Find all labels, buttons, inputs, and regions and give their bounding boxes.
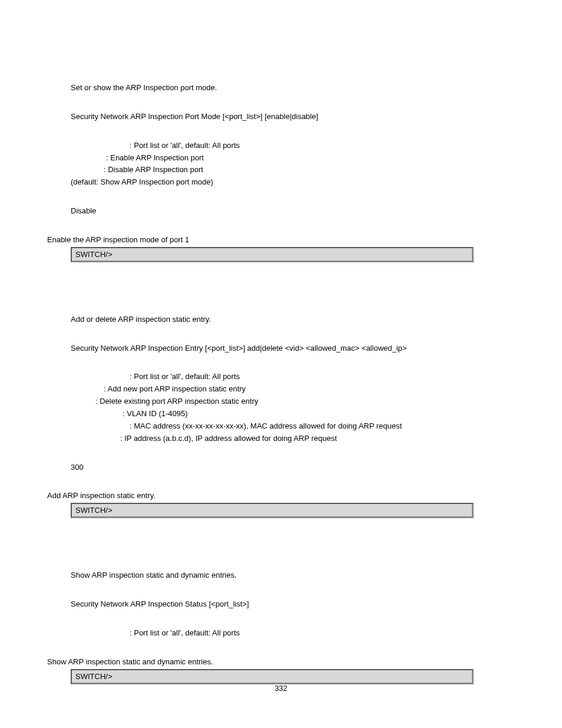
sec2-example-lead: Add ARP inspection static entry. (47, 490, 515, 502)
sec3-desc: Show ARP inspection static and dynamic e… (71, 570, 515, 581)
param-line: : Disable ARP Inspection port (71, 164, 515, 176)
sec1-example-lead: Enable the ARP inspection mode of port 1 (47, 235, 515, 246)
param-line: : MAC address (xx-xx-xx-xx-xx-xx), MAC a… (71, 421, 515, 432)
sec3-syntax: Security Network ARP Inspection Status [… (71, 599, 515, 610)
param-line: : Port list or 'all', default: All ports (71, 371, 515, 383)
param-line: : Port list or 'all', default: All ports (71, 628, 515, 639)
terminal-box: SWITCH/> (71, 503, 474, 518)
param-line: : Port list or 'all', default: All ports (71, 140, 515, 151)
sec2-default: 300 (71, 462, 515, 473)
terminal-prompt: SWITCH/> (75, 250, 112, 259)
param-line: : Add new port ARP inspection static ent… (71, 384, 515, 395)
param-line: : IP address (a.b.c.d), IP address allow… (71, 433, 515, 444)
sec2-syntax: Security Network ARP Inspection Entry [<… (71, 343, 515, 354)
terminal-prompt: SWITCH/> (75, 672, 112, 681)
sec1-syntax: Security Network ARP Inspection Port Mod… (71, 111, 515, 123)
sec2-desc: Add or delete ARP inspection static entr… (71, 314, 515, 325)
param-line: : Delete existing port ARP inspection st… (71, 396, 515, 407)
sec1-default: Disable (71, 206, 515, 217)
terminal-prompt: SWITCH/> (75, 506, 112, 515)
terminal-box: SWITCH/> (71, 247, 474, 262)
sec1-desc: Set or show the ARP Inspection port mode… (71, 83, 515, 94)
terminal-box: SWITCH/> (71, 669, 474, 684)
page-body: Set or show the ARP Inspection port mode… (0, 0, 562, 684)
param-line: : Enable ARP Inspection port (71, 153, 515, 164)
param-line: (default: Show ARP Inspection port mode) (71, 177, 515, 188)
sec1-params: : Port list or 'all', default: All ports… (71, 140, 515, 188)
page-number: 332 (0, 684, 562, 693)
sec3-params: : Port list or 'all', default: All ports (71, 628, 515, 639)
param-line: : VLAN ID (1-4095) (71, 409, 515, 420)
sec3-example-lead: Show ARP inspection static and dynamic e… (47, 657, 515, 668)
sec2-params: : Port list or 'all', default: All ports… (71, 371, 515, 444)
